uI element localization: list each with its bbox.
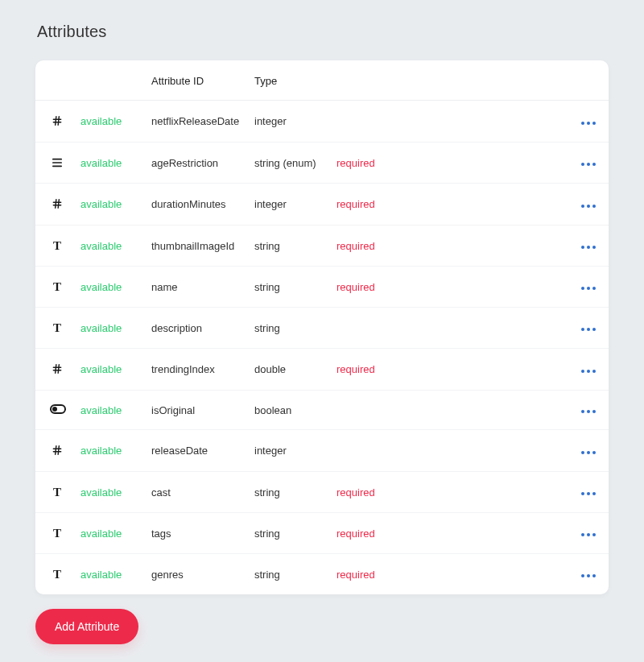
actions-bar: Add Attribute [35, 609, 609, 644]
status-badge: available [80, 322, 122, 334]
text-icon: T [50, 567, 64, 581]
type-cell: string [248, 513, 330, 554]
type-icon-cell: T [35, 308, 74, 349]
required-badge: required [336, 486, 375, 499]
col-header-icon [35, 60, 74, 101]
row-actions-button[interactable] [580, 283, 597, 293]
type-icon-cell [35, 143, 74, 184]
actions-cell [573, 267, 609, 308]
required-cell [330, 430, 573, 472]
required-badge: required [336, 281, 375, 293]
status-badge: available [80, 569, 122, 581]
required-badge: required [336, 198, 375, 210]
svg-line-18 [58, 446, 59, 455]
attributes-table: Attribute ID Type available netflixRelea… [35, 60, 609, 594]
status-cell: available [74, 554, 145, 595]
required-cell: required [330, 513, 573, 554]
type-icon-cell [35, 430, 74, 472]
type-icon-cell [35, 101, 74, 143]
attribute-id-cell: thumbnailImageId [145, 225, 248, 267]
hash-icon [50, 362, 64, 376]
status-cell: available [74, 184, 145, 225]
type-icon-cell: T [35, 225, 74, 267]
status-badge: available [80, 363, 122, 375]
row-actions-button[interactable] [580, 242, 597, 252]
table-row: available netflixReleaseDate integer [35, 101, 609, 143]
svg-line-9 [56, 200, 56, 209]
required-badge: required [336, 363, 375, 375]
required-badge: required [336, 569, 375, 581]
status-cell: available [74, 308, 145, 349]
required-cell: required [330, 472, 573, 513]
status-cell: available [74, 267, 145, 308]
enum-icon [50, 155, 64, 170]
type-cell: string (enum) [248, 143, 330, 184]
required-cell [330, 101, 573, 143]
actions-cell [573, 308, 609, 349]
hash-icon [50, 114, 64, 128]
type-icon-cell: T [35, 554, 74, 595]
svg-line-17 [56, 446, 56, 455]
status-badge: available [80, 198, 122, 210]
actions-cell [573, 554, 609, 595]
type-icon-cell [35, 349, 74, 391]
type-cell: integer [248, 184, 330, 225]
type-cell: integer [248, 101, 330, 143]
page-title: Attributes [37, 23, 609, 41]
row-actions-button[interactable] [580, 530, 597, 540]
actions-cell [573, 143, 609, 184]
type-cell: integer [248, 430, 330, 472]
table-header-row: Attribute ID Type [35, 60, 609, 101]
table-row: T available genres string required [35, 554, 609, 595]
required-cell: required [330, 225, 573, 267]
type-icon-cell: T [35, 513, 74, 554]
row-actions-button[interactable] [580, 159, 597, 169]
actions-cell [573, 472, 609, 513]
col-header-status [74, 60, 145, 101]
status-badge: available [80, 486, 122, 499]
type-icon-cell: T [35, 472, 74, 513]
row-actions-button[interactable] [580, 407, 597, 416]
col-header-type: Type [248, 60, 330, 101]
actions-cell [573, 349, 609, 391]
row-actions-button[interactable] [580, 448, 597, 457]
required-badge: required [336, 157, 375, 169]
col-header-required [330, 60, 573, 101]
row-actions-button[interactable] [580, 489, 597, 499]
add-attribute-button[interactable]: Add Attribute [35, 609, 138, 644]
table-row: T available thumbnailImageId string requ… [35, 225, 609, 267]
attribute-id-cell: trendingIndex [145, 349, 248, 391]
table-row: available durationMinutes integer requir… [35, 184, 609, 225]
type-cell: double [248, 349, 330, 391]
required-badge: required [336, 240, 375, 252]
status-cell: available [74, 430, 145, 472]
svg-line-13 [56, 365, 56, 374]
required-cell: required [330, 184, 573, 225]
required-cell [330, 308, 573, 349]
status-cell: available [74, 225, 145, 267]
type-cell: string [248, 267, 330, 308]
attribute-id-cell: ageRestriction [145, 143, 248, 184]
row-actions-button[interactable] [580, 201, 597, 211]
attribute-id-cell: genres [145, 554, 248, 595]
type-icon-cell [35, 391, 74, 430]
status-badge: available [80, 240, 122, 252]
text-icon: T [50, 321, 64, 335]
table-row: T available tags string required [35, 513, 609, 554]
row-actions-button[interactable] [580, 571, 597, 581]
actions-cell [573, 513, 609, 554]
type-cell: boolean [248, 391, 330, 430]
row-actions-button[interactable] [580, 325, 597, 334]
table-row: available ageRestriction string (enum) r… [35, 143, 609, 184]
text-icon: T [50, 485, 64, 499]
status-cell: available [74, 472, 145, 513]
attribute-id-cell: durationMinutes [145, 184, 248, 225]
required-cell: required [330, 349, 573, 391]
type-cell: string [248, 554, 330, 595]
attributes-card: Attribute ID Type available netflixRelea… [35, 60, 609, 594]
type-cell: string [248, 225, 330, 267]
row-actions-button[interactable] [580, 118, 597, 128]
boolean-icon [50, 404, 66, 414]
row-actions-button[interactable] [580, 366, 597, 376]
text-icon: T [50, 526, 64, 540]
